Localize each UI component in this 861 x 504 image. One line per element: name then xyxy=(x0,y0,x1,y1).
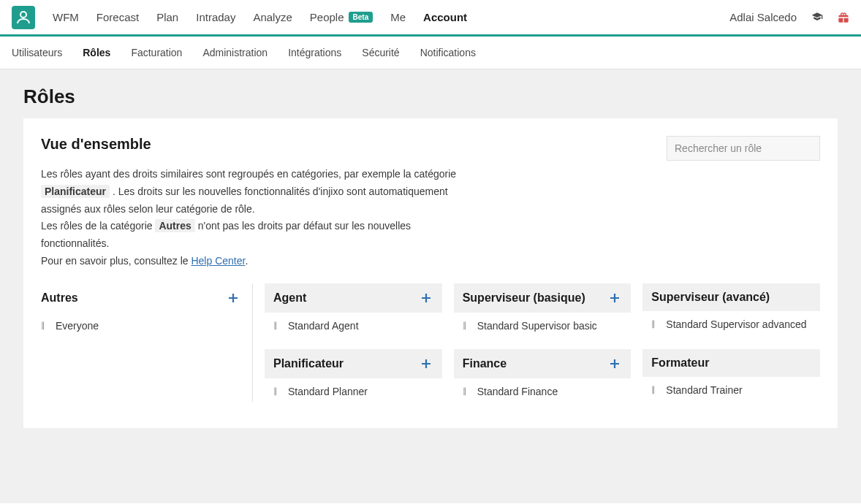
nav-people-label: People xyxy=(310,11,344,23)
add-role-finance[interactable] xyxy=(607,356,622,371)
drag-handle-icon[interactable]: ∥ xyxy=(463,321,470,330)
role-item[interactable]: ∥ Standard Supervisor advanced xyxy=(642,311,820,335)
help-center-link[interactable]: Help Center xyxy=(191,255,245,267)
plus-icon xyxy=(610,359,620,369)
top-nav: WFM Forecast Plan Intraday Analyze Peopl… xyxy=(0,0,861,37)
category-planificateur: Planificateur ∥ Standard Planner xyxy=(265,349,442,402)
desc-line3b: . xyxy=(245,255,248,267)
category-autres: Autres ∥ Everyone xyxy=(41,283,240,336)
sub-nav: Utilisateurs Rôles Facturation Administr… xyxy=(0,37,861,69)
user-name[interactable]: Adlai Salcedo xyxy=(729,11,797,23)
category-header-planificateur: Planificateur xyxy=(265,349,442,378)
plus-icon xyxy=(421,359,431,369)
category-title: Planificateur xyxy=(273,357,344,370)
category-superviseur-avance: Superviseur (avancé) ∥ Standard Supervis… xyxy=(642,283,820,336)
role-label: Standard Finance xyxy=(477,386,558,397)
drag-handle-icon[interactable]: ∥ xyxy=(273,386,281,396)
subnav-integrations[interactable]: Intégrations xyxy=(288,47,341,58)
desc-highlight-planificateur: Planificateur xyxy=(41,185,110,198)
category-title: Superviseur (avancé) xyxy=(651,291,770,304)
app-logo[interactable] xyxy=(12,6,35,29)
search-box xyxy=(667,136,820,161)
nav-me[interactable]: Me xyxy=(390,11,406,23)
add-role-superviseur-basique[interactable] xyxy=(607,291,622,305)
subnav-notifications[interactable]: Notifications xyxy=(420,47,476,58)
roles-col-autres: Autres ∥ Everyone xyxy=(41,283,253,402)
roles-area: Autres ∥ Everyone Agent xyxy=(41,283,820,402)
category-title: Formateur xyxy=(651,356,709,370)
role-label: Standard Supervisor advanced xyxy=(666,318,806,330)
category-title: Agent xyxy=(273,291,306,305)
nav-intraday[interactable]: Intraday xyxy=(196,11,235,23)
desc-line1a: Les rôles ayant des droits similaires so… xyxy=(41,168,456,180)
content-card: Vue d'ensemble Les rôles ayant des droit… xyxy=(23,118,838,428)
desc-line3a: Pour en savoir plus, consultez le xyxy=(41,255,191,267)
page-body: Rôles Vue d'ensemble Les rôles ayant des… xyxy=(0,69,861,503)
top-nav-items: WFM Forecast Plan Intraday Analyze Peopl… xyxy=(53,11,729,23)
nav-plan[interactable]: Plan xyxy=(156,11,178,23)
role-label: Standard Trainer xyxy=(666,384,742,396)
role-label: Standard Supervisor basic xyxy=(477,320,597,332)
role-item[interactable]: ∥ Standard Supervisor basic xyxy=(454,313,631,336)
subnav-securite[interactable]: Sécurité xyxy=(362,47,399,58)
page-title: Rôles xyxy=(0,69,861,118)
desc-line2a: Les rôles de la catégorie xyxy=(41,220,155,232)
graduation-cap-icon[interactable] xyxy=(811,12,823,23)
category-title: Finance xyxy=(463,357,507,370)
role-label: Everyone xyxy=(56,320,99,332)
nav-analyze[interactable]: Analyze xyxy=(253,11,292,23)
category-header-autres: Autres xyxy=(41,283,240,313)
category-header-finance: Finance xyxy=(454,349,631,378)
desc-highlight-autres: Autres xyxy=(155,219,194,232)
role-item-everyone[interactable]: ∥ Everyone xyxy=(41,313,240,336)
category-agent: Agent ∥ Standard Agent xyxy=(265,283,442,336)
add-role-autres[interactable] xyxy=(226,291,240,305)
drag-handle-icon[interactable]: ∥ xyxy=(651,319,659,329)
nav-people[interactable]: People Beta xyxy=(310,11,373,23)
category-header-agent: Agent xyxy=(265,283,442,313)
category-formateur: Formateur ∥ Standard Trainer xyxy=(642,349,820,402)
category-header-formateur: Formateur xyxy=(642,349,820,377)
category-title: Superviseur (basique) xyxy=(463,291,585,305)
category-title-autres: Autres xyxy=(41,291,78,305)
role-item[interactable]: ∥ Standard Planner xyxy=(265,378,442,402)
subnav-roles[interactable]: Rôles xyxy=(83,47,110,58)
plus-icon xyxy=(228,293,238,303)
add-role-planificateur[interactable] xyxy=(419,356,433,371)
roles-grid: Agent ∥ Standard Agent Superviseur (basi… xyxy=(253,283,820,402)
category-finance: Finance ∥ Standard Finance xyxy=(454,349,631,402)
beta-badge: Beta xyxy=(349,12,373,23)
subnav-administration[interactable]: Administration xyxy=(202,47,268,58)
role-label: Standard Agent xyxy=(288,320,359,332)
role-item[interactable]: ∥ Standard Finance xyxy=(454,378,631,402)
drag-handle-icon[interactable]: ∥ xyxy=(41,321,48,330)
subnav-utilisateurs[interactable]: Utilisateurs xyxy=(12,47,62,58)
gift-icon[interactable] xyxy=(838,12,849,23)
plus-icon xyxy=(421,293,431,303)
drag-handle-icon[interactable]: ∥ xyxy=(273,321,281,330)
nav-account[interactable]: Account xyxy=(423,11,467,23)
category-header-superviseur-avance: Superviseur (avancé) xyxy=(642,283,820,311)
search-input[interactable] xyxy=(667,136,820,161)
add-role-agent[interactable] xyxy=(419,291,433,305)
plus-icon xyxy=(610,293,620,303)
nav-wfm[interactable]: WFM xyxy=(53,11,79,23)
subnav-facturation[interactable]: Facturation xyxy=(131,47,182,58)
role-label: Standard Planner xyxy=(288,386,368,397)
category-superviseur-basique: Superviseur (basique) ∥ Standard Supervi… xyxy=(454,283,631,336)
top-nav-right: Adlai Salcedo xyxy=(729,11,849,23)
drag-handle-icon[interactable]: ∥ xyxy=(463,386,470,396)
card-title: Vue d'ensemble xyxy=(41,136,479,153)
description: Les rôles ayant des droits similaires so… xyxy=(41,166,479,270)
nav-forecast[interactable]: Forecast xyxy=(96,11,139,23)
role-item[interactable]: ∥ Standard Agent xyxy=(265,313,442,336)
role-item[interactable]: ∥ Standard Trainer xyxy=(642,377,820,400)
drag-handle-icon[interactable]: ∥ xyxy=(651,385,659,394)
category-header-superviseur-basique: Superviseur (basique) xyxy=(454,283,631,313)
svg-point-0 xyxy=(20,12,26,18)
